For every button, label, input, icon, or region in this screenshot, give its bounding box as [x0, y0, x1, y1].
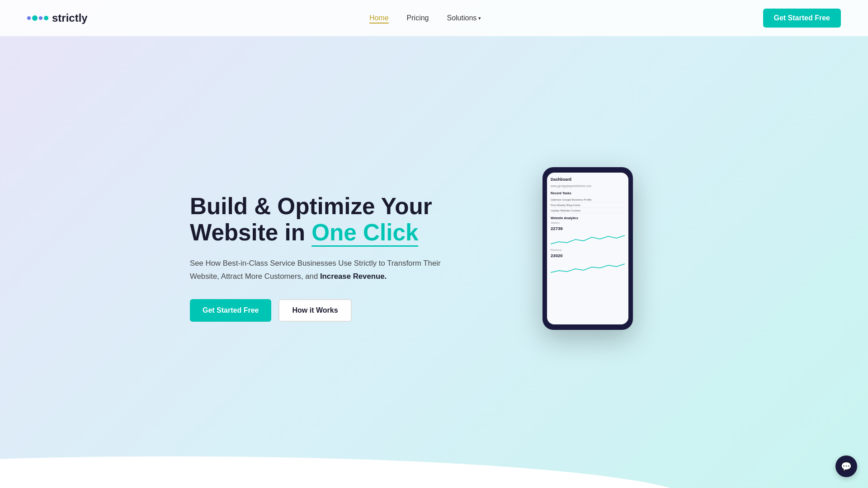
logo-dot-4	[44, 16, 48, 20]
how-it-works-button[interactable]: How it Works	[278, 299, 351, 322]
logo-icon	[27, 15, 48, 21]
hero-title-part1: Build & Optimize Your	[190, 193, 432, 219]
phone-screen: Dashboard www.georgejasperinterlock.com …	[547, 173, 628, 324]
phone-dashboard-title: Dashboard	[551, 177, 625, 182]
phone-chart	[551, 233, 625, 246]
hero-title-part2: Website in	[190, 220, 311, 245]
hero-visual: Dashboard www.georgejasperinterlock.com …	[533, 167, 678, 348]
phone-chart2	[551, 260, 625, 273]
nav-link-solutions[interactable]: Solutions ▾	[447, 14, 481, 22]
phone-task-1: Optimize Google Business Profile	[551, 197, 625, 202]
chat-icon: 💬	[841, 461, 852, 472]
hand-thumb	[651, 262, 692, 330]
get-started-button[interactable]: Get Started Free	[190, 299, 271, 322]
phone-analytics-title: Website Analytics	[551, 216, 625, 220]
chat-button[interactable]: 💬	[835, 455, 857, 477]
hero-subtitle-bold: Increase Revenue.	[320, 272, 387, 281]
chart-svg	[551, 233, 625, 246]
phone-task-3: Update Website Content	[551, 208, 625, 213]
navbar: strictly Home Pricing Solutions ▾ Get St…	[0, 0, 868, 36]
chart-line	[551, 233, 625, 246]
chart-svg2	[551, 260, 625, 273]
phone-url: www.georgejasperinterlock.com	[551, 184, 625, 188]
hero-section: Build & Optimize Your Website in One Cli…	[0, 0, 868, 488]
phone-visitors-label: Visitors	[551, 221, 625, 224]
phone-task-2: Post Weekly Blog Article	[551, 202, 625, 208]
chevron-down-icon: ▾	[478, 15, 481, 21]
phone-revenue-label: Revenue	[551, 248, 625, 251]
nav-link-home[interactable]: Home	[369, 14, 389, 23]
logo-dot-3	[39, 16, 42, 20]
phone-stat1: 22739	[551, 226, 625, 231]
hero-title-highlight: One Click	[311, 220, 418, 247]
phone-recent-tasks-title: Recent Tasks	[551, 191, 625, 195]
logo-dot-1	[27, 16, 31, 20]
nav-item-home[interactable]: Home	[369, 14, 389, 22]
hero-text: Build & Optimize Your Website in One Cli…	[190, 193, 452, 322]
chart-line2	[551, 260, 625, 273]
hero-subtitle: See How Best-in-Class Service Businesses…	[190, 257, 452, 283]
nav-item-solutions[interactable]: Solutions ▾	[447, 14, 481, 22]
nav-links: Home Pricing Solutions ▾	[369, 14, 481, 22]
logo[interactable]: strictly	[27, 12, 88, 24]
nav-link-pricing[interactable]: Pricing	[407, 14, 429, 22]
hero-buttons: Get Started Free How it Works	[190, 299, 452, 322]
hero-inner: Build & Optimize Your Website in One Cli…	[163, 140, 705, 384]
hero-title: Build & Optimize Your Website in One Cli…	[190, 193, 452, 247]
logo-text: strictly	[52, 12, 88, 24]
logo-dot-2	[32, 15, 38, 21]
nav-item-pricing[interactable]: Pricing	[407, 14, 429, 22]
nav-cta-button[interactable]: Get Started Free	[763, 9, 841, 28]
phone-stat2: 23020	[551, 253, 625, 258]
phone-hand: Dashboard www.georgejasperinterlock.com …	[533, 167, 678, 348]
phone-body: Dashboard www.georgejasperinterlock.com …	[542, 167, 633, 330]
